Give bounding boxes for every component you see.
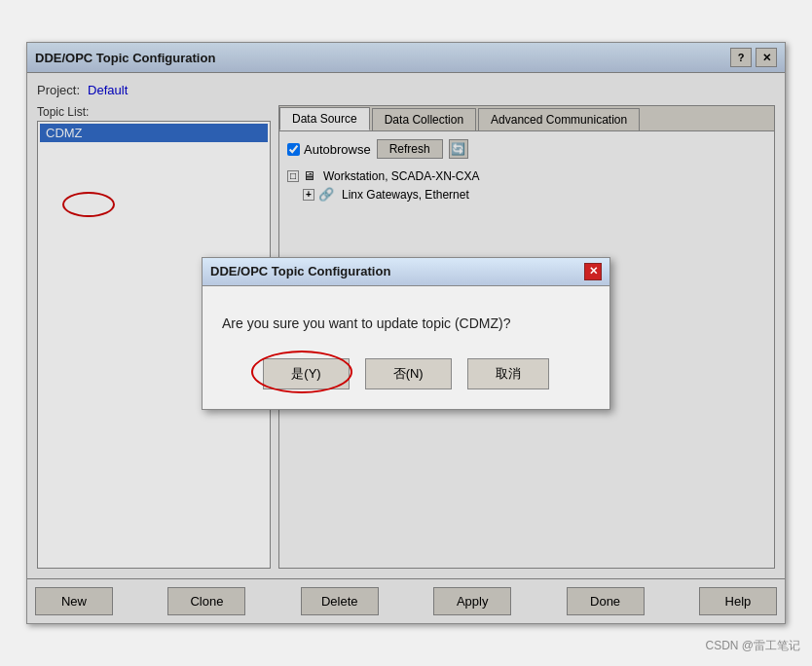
modal-overlay: DDE/OPC Topic Configuration ✕ Are you su…	[27, 43, 785, 623]
dialog-buttons: 是(Y) 否(N) 取消	[222, 358, 590, 389]
dialog-message: Are you sure you want to update topic (C…	[222, 315, 590, 331]
no-button[interactable]: 否(N)	[365, 358, 452, 389]
main-window: DDE/OPC Topic Configuration ? ✕ Project:…	[26, 42, 786, 624]
dialog: DDE/OPC Topic Configuration ✕ Are you su…	[202, 257, 610, 410]
watermark: CSDN @雷工笔记	[705, 638, 800, 654]
dialog-close-button[interactable]: ✕	[584, 263, 602, 280]
yes-button[interactable]: 是(Y)	[263, 358, 349, 389]
yes-button-wrapper: 是(Y)	[263, 358, 349, 389]
cancel-button[interactable]: 取消	[467, 358, 549, 389]
dialog-body: Are you sure you want to update topic (C…	[203, 286, 609, 409]
dialog-title: DDE/OPC Topic Configuration	[210, 264, 390, 278]
dialog-titlebar: DDE/OPC Topic Configuration ✕	[203, 258, 609, 286]
